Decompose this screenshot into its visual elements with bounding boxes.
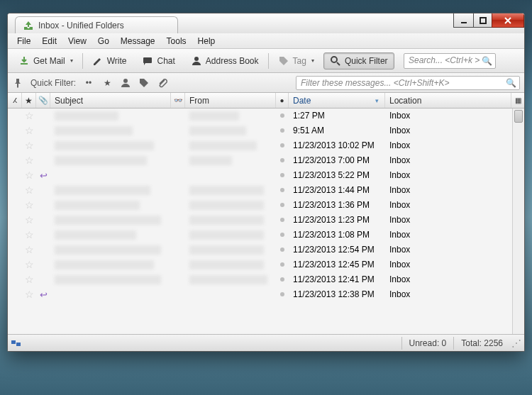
star-cell[interactable]: ☆ — [22, 138, 36, 152]
column-location[interactable]: Location — [385, 93, 511, 108]
main-toolbar: Get Mail ▾ Write Chat Address Book Tag ▾… — [8, 49, 524, 73]
chevron-down-icon: ▾ — [70, 57, 73, 64]
window-controls — [453, 13, 524, 28]
message-row[interactable]: ☆ 11/23/2013 10:02 PM Inbox — [8, 138, 512, 153]
write-button[interactable]: Write — [86, 52, 133, 69]
status-dot-icon — [280, 128, 284, 133]
scrollbar[interactable] — [512, 109, 524, 334]
message-row[interactable]: ☆ 11/23/2013 7:00 PM Inbox — [8, 153, 512, 168]
message-row[interactable]: ☆ 11/23/2013 1:23 PM Inbox — [8, 213, 512, 228]
status-cell — [276, 257, 289, 272]
get-mail-button[interactable]: Get Mail ▾ — [12, 52, 79, 69]
star-outline-icon: ☆ — [25, 289, 34, 300]
column-read[interactable]: 👓 — [171, 93, 185, 108]
star-outline-icon: ☆ — [25, 229, 34, 240]
menu-view[interactable]: View — [63, 35, 92, 48]
menu-help[interactable]: Help — [193, 35, 221, 48]
search-icon: 🔍 — [482, 56, 492, 66]
pencil-icon — [92, 55, 104, 67]
status-dot-icon — [280, 218, 284, 222]
search-icon — [330, 55, 341, 67]
chat-icon — [142, 55, 153, 67]
star-outline-icon: ☆ — [25, 140, 34, 151]
star-icon[interactable]: ★ — [101, 77, 113, 89]
maximize-button[interactable] — [473, 13, 492, 28]
from-cell — [185, 243, 276, 257]
message-row[interactable]: ☆ 11/23/2013 1:36 PM Inbox — [8, 198, 512, 213]
message-row[interactable]: ☆ 9:51 AM Inbox — [8, 123, 512, 138]
star-cell[interactable]: ☆ — [22, 153, 36, 167]
attachment-icon[interactable] — [157, 77, 168, 89]
date-cell: 11/23/2013 12:41 PM — [289, 272, 385, 286]
app-menu-button[interactable] — [501, 53, 520, 69]
minimize-button[interactable] — [453, 13, 473, 28]
message-row[interactable]: ☆ 11/23/2013 1:08 PM Inbox — [8, 228, 512, 243]
column-from[interactable]: From — [185, 93, 276, 108]
status-dot-icon — [280, 143, 284, 148]
tab-inbox[interactable]: Inbox - Unified Folders — [15, 16, 178, 33]
tab-label: Inbox - Unified Folders — [38, 21, 124, 30]
subject-cell — [50, 138, 171, 152]
resize-grip[interactable]: ⋰ — [511, 338, 521, 349]
attachment-cell — [36, 243, 50, 257]
column-attachment[interactable]: 📎 — [36, 93, 50, 108]
star-cell[interactable]: ☆ — [22, 198, 36, 212]
column-picker-button[interactable]: ▦ — [511, 93, 524, 108]
message-row[interactable]: ☆ 1:27 PM Inbox — [8, 109, 512, 123]
message-row[interactable]: ☆ 11/23/2013 1:44 PM Inbox — [8, 183, 512, 198]
subject-cell — [50, 109, 171, 123]
menu-file[interactable]: File — [12, 35, 35, 48]
location-cell: Inbox — [385, 123, 512, 138]
menu-edit[interactable]: Edit — [37, 35, 62, 48]
attachment-icon: 📎 — [38, 96, 48, 105]
unread-dot-icon[interactable]: •• — [83, 77, 94, 89]
message-row[interactable]: ☆ ↩ 11/23/2013 12:38 PM Inbox — [8, 287, 512, 302]
chat-button[interactable]: Chat — [135, 52, 181, 69]
location-cell: Inbox — [385, 257, 512, 272]
column-thread[interactable]: ⵃ — [8, 93, 22, 108]
star-cell[interactable]: ☆ — [22, 168, 36, 182]
read-cell — [171, 198, 185, 212]
subject-cell — [50, 183, 171, 197]
column-star[interactable]: ★ — [22, 93, 36, 108]
activity-icon[interactable] — [11, 338, 22, 349]
message-row[interactable]: ☆ 11/23/2013 12:41 PM Inbox — [8, 272, 512, 287]
star-cell[interactable]: ☆ — [22, 287, 36, 301]
menu-tools[interactable]: Tools — [162, 35, 192, 48]
address-book-button[interactable]: Address Book — [184, 52, 265, 69]
svg-rect-3 — [143, 57, 152, 63]
message-row[interactable]: ☆ 11/23/2013 12:54 PM Inbox — [8, 243, 512, 257]
svg-point-5 — [331, 57, 337, 62]
contact-icon[interactable] — [120, 77, 131, 89]
star-cell[interactable]: ☆ — [22, 213, 36, 227]
star-cell[interactable]: ☆ — [22, 228, 36, 242]
global-search-input[interactable]: Search... <Ctrl+k > 🔍 — [404, 53, 496, 69]
star-cell[interactable]: ☆ — [22, 183, 36, 197]
tag-icon[interactable] — [138, 77, 150, 89]
scrollbar-thumb[interactable] — [514, 110, 523, 123]
star-cell[interactable]: ☆ — [22, 123, 36, 138]
pin-icon[interactable] — [12, 77, 23, 89]
quick-filter-input[interactable]: Filter these messages... <Ctrl+Shift+K> … — [296, 76, 520, 90]
read-cell — [171, 153, 185, 167]
close-button[interactable] — [492, 13, 524, 28]
column-subject[interactable]: Subject — [50, 93, 171, 108]
tag-button[interactable]: Tag ▾ — [272, 52, 321, 69]
from-cell — [185, 109, 276, 123]
date-cell: 11/23/2013 10:02 PM — [289, 138, 385, 152]
subject-cell — [50, 168, 171, 182]
star-cell[interactable]: ☆ — [22, 272, 36, 286]
column-status[interactable]: ● — [276, 93, 289, 108]
quick-filter-toggle[interactable]: Quick Filter — [323, 52, 394, 69]
column-date[interactable]: Date ▾ — [289, 93, 385, 108]
menu-message[interactable]: Message — [116, 35, 160, 48]
read-cell — [171, 138, 185, 152]
message-row[interactable]: ☆ ↩ 11/23/2013 5:22 PM Inbox — [8, 168, 512, 183]
message-row[interactable]: ☆ 11/23/2013 12:45 PM Inbox — [8, 257, 512, 272]
menu-go[interactable]: Go — [93, 35, 114, 48]
star-cell[interactable]: ☆ — [22, 257, 36, 272]
star-outline-icon: ☆ — [25, 259, 34, 270]
star-cell[interactable]: ☆ — [22, 109, 36, 123]
location-cell: Inbox — [385, 183, 512, 197]
star-cell[interactable]: ☆ — [22, 243, 36, 257]
